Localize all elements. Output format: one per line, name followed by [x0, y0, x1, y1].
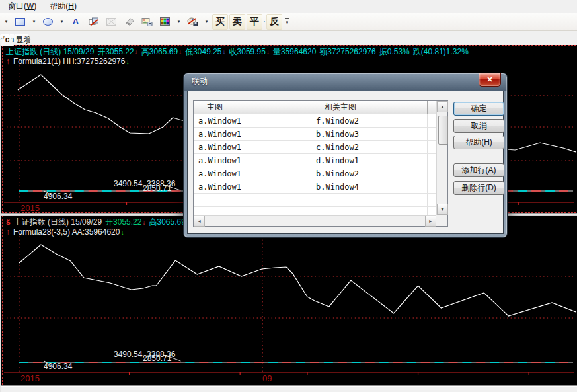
close-icon: ✕ — [486, 75, 492, 84]
column-header-1[interactable]: 主图 — [194, 101, 311, 114]
toolbar: ▾▾▾A▾▾买卖平·反▾ — [0, 13, 577, 31]
table-cell-filler — [428, 207, 436, 215]
cancel-button[interactable]: 取消 — [453, 119, 504, 133]
tick-arrow-icon: ↓ — [266, 48, 270, 56]
menu-help[interactable]: 帮助(H) — [50, 1, 77, 12]
copy-object-button[interactable] — [85, 14, 102, 30]
formula-down-arrow-icon: ↓ — [120, 228, 124, 236]
table-cell: b.Window3 — [311, 128, 428, 140]
reverse-button[interactable]: 反 — [266, 14, 282, 30]
scroll-down-button[interactable]: ▼ — [437, 204, 448, 215]
vertical-scrollbar[interactable]: ▲ ▼ — [436, 101, 447, 215]
table-row[interactable]: a.Window1b.Window2 — [194, 167, 436, 180]
overflow-bar-icon — [285, 18, 289, 19]
table-row[interactable] — [194, 207, 436, 215]
table-cell: c.Window2 — [311, 141, 428, 153]
ellipse-tool-button[interactable] — [40, 14, 56, 30]
table-row[interactable] — [194, 194, 436, 207]
table-cell: a.Window1 — [194, 128, 311, 140]
color-grid-button[interactable] — [157, 14, 173, 30]
table-cell — [194, 207, 311, 215]
delete-icon — [106, 18, 116, 26]
column-header-filler — [428, 101, 436, 114]
color-grid-icon — [160, 17, 170, 26]
close-button[interactable]: ✕ — [479, 73, 501, 87]
formula-down-arrow-icon: ↓ — [126, 58, 130, 65]
sell-button[interactable]: 卖 — [229, 14, 245, 30]
quote-field: 收3059.95↓ — [229, 47, 270, 56]
column-header-2[interactable]: 相关主图 — [311, 101, 428, 114]
ellipse-icon — [43, 18, 53, 26]
text-tool-button[interactable]: A — [67, 14, 84, 30]
linkage-dialog: 联动 ✕ 主图相关主图 a.Window1f.Window2a.Window1b… — [183, 73, 508, 238]
horizontal-scrollbar[interactable]: ◄ ► — [194, 215, 436, 226]
bottom-chart-plot — [3, 216, 576, 385]
tick-arrow-icon: ↓ — [135, 48, 138, 56]
table-cell-filler — [428, 114, 436, 127]
quote-field: 开3055.22↓ — [105, 217, 145, 227]
flat-button[interactable]: 平 — [247, 14, 262, 30]
color-grid-dropdown-icon[interactable]: ▾ — [174, 14, 183, 30]
application-window: 窗口(W)帮助(H) ▾▾▾A▾▾买卖平·反▾ ◄ 综合管理动态显示牌acdef… — [0, 0, 577, 46]
table-cell-filler — [428, 180, 436, 193]
table-cell — [311, 207, 428, 215]
separator-dot: · — [263, 18, 266, 25]
eraser-icon — [124, 17, 135, 26]
scroll-right-button[interactable]: ► — [425, 216, 436, 227]
eraser-tool-button[interactable] — [121, 14, 137, 30]
table-cell: d.Window1 — [311, 154, 428, 167]
table-cell — [194, 194, 311, 206]
table-cell: a.Window1 — [194, 141, 311, 153]
quote-field: 跌(40.81)1.32% — [413, 47, 469, 56]
tick-arrow-icon: ↓ — [142, 219, 145, 226]
ok-button[interactable]: 确定 — [453, 102, 504, 116]
axis-date-label: 09 — [262, 373, 272, 383]
palette-save-button[interactable] — [184, 14, 201, 30]
rectangle-icon — [15, 18, 25, 26]
table-cell: b.Window4 — [311, 180, 428, 193]
bottom-scroll-area[interactable] — [1, 385, 577, 392]
price-label: 2850.71 — [143, 354, 171, 363]
palette-save-dropdown-icon[interactable]: ▾ — [202, 14, 211, 30]
axis-date-label: 2015 — [20, 373, 40, 383]
table-row[interactable]: a.Window1d.Window1 — [194, 154, 436, 167]
toolbar-overflow-button[interactable]: ▾ — [283, 15, 291, 29]
formula-text: Formula21(1) HH:37275262976 — [13, 57, 125, 66]
table-row[interactable]: a.Window1f.Window2 — [194, 114, 436, 128]
menu-window[interactable]: 窗口(W) — [8, 1, 36, 12]
rectangle-tool-button[interactable] — [12, 14, 28, 30]
formula-up-arrow-icon: ↑ — [6, 227, 10, 237]
add-row-button[interactable]: 添加行(A) — [453, 163, 504, 177]
price-label: 2850.71 — [143, 184, 171, 193]
scroll-up-button[interactable]: ▲ — [437, 101, 448, 112]
scroll-right-icon: ► — [428, 219, 433, 223]
delete-row-button[interactable]: 删除行(D) — [453, 181, 504, 195]
scrollbar-thumb[interactable] — [438, 116, 448, 145]
formula-text: Formula28(-3,5) AA:35964620 — [13, 227, 120, 237]
table-cell: b.Window2 — [311, 167, 428, 180]
quote-field: 上证指数 (日线) 15/09/29 — [14, 217, 102, 227]
table-row[interactable]: a.Window1c.Window2 — [194, 141, 436, 154]
chart-panel-bottom[interactable]: ŝ上证指数 (日线) 15/09/29开3055.22↓高3065.69↓低30… — [2, 216, 576, 385]
table-cell-filler — [428, 167, 436, 180]
axis-date-label: 2015 — [20, 203, 40, 213]
text-icon: A — [73, 17, 79, 26]
menu-bar: 窗口(W)帮助(H) — [0, 0, 577, 13]
scroll-left-icon: ◄ — [197, 219, 202, 223]
table-cell-filler — [428, 141, 436, 153]
quote-field: 上证指数 (日线) 15/09/29 — [6, 47, 94, 56]
tab-strip: ◄ 综合管理动态显示牌acdef — [0, 31, 577, 46]
table-row[interactable]: a.Window1b.Window4 — [194, 180, 436, 194]
bottom-chart-formula: ↑Formula28(-3,5) AA:35964620↓ — [6, 227, 124, 237]
dialog-title: 联动 — [192, 73, 208, 91]
table-cell-filler — [428, 154, 436, 167]
scroll-left-button[interactable]: ◄ — [194, 216, 205, 227]
rectangle-tool-dropdown-icon[interactable]: ▾ — [30, 14, 38, 30]
prev-dropdown-icon[interactable]: ▾ — [2, 14, 11, 30]
scroll-down-icon: ▼ — [440, 207, 445, 212]
buy-button[interactable]: 买 — [212, 14, 228, 30]
help-button[interactable]: 帮助(H) — [453, 136, 504, 149]
image-palette-button[interactable] — [139, 14, 155, 30]
ellipse-tool-dropdown-icon[interactable]: ▾ — [58, 14, 66, 30]
table-row[interactable]: a.Window1b.Window3 — [194, 128, 436, 141]
